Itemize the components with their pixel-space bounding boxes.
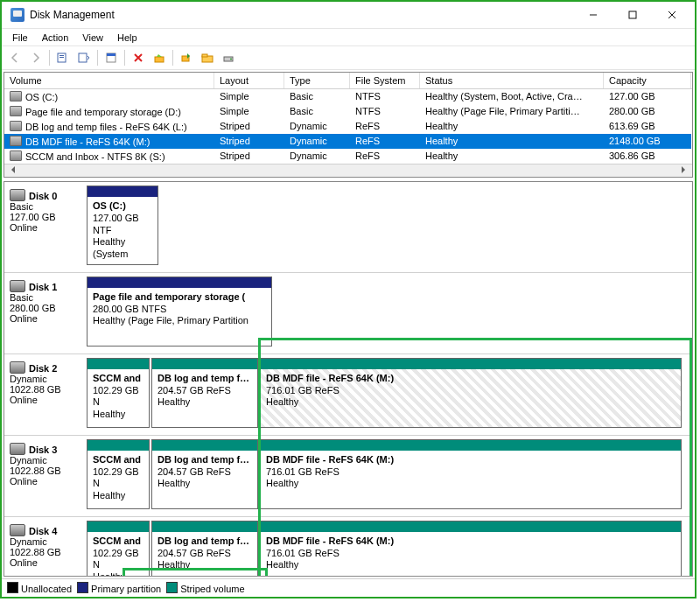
disk-icon (10, 443, 25, 455)
svg-rect-1 (629, 11, 636, 18)
disk-graphical-view: Disk 0 Basic 127.00 GB Online OS (C:) 12… (4, 181, 693, 577)
svg-rect-10 (155, 57, 164, 62)
disk-info[interactable]: Disk 4 Dynamic 1022.88 GB Online (8, 521, 87, 576)
partition-strip: SCCM and 102.29 GB N Healthy DB log and … (87, 439, 689, 509)
svg-rect-13 (202, 54, 207, 57)
partition-box[interactable]: DB MDF file - ReFS 64K (M:) 716.01 GB Re… (260, 358, 682, 428)
legend-unallocated: Unallocated (7, 582, 72, 594)
partition-color-bar (88, 277, 271, 288)
svg-rect-9 (107, 53, 116, 56)
disk-info[interactable]: Disk 0 Basic 127.00 GB Online (8, 186, 87, 265)
action-menu-button[interactable] (53, 48, 73, 67)
col-capacity[interactable]: Capacity (604, 73, 691, 88)
change-drive-button[interactable] (219, 48, 238, 67)
format-button[interactable] (150, 48, 169, 67)
partition-box[interactable]: SCCM and 102.29 GB N Healthy (87, 439, 150, 509)
partition-strip: SCCM and 102.29 GB N Healthy DB log and … (87, 521, 689, 576)
legend-primary: Primary partition (77, 582, 161, 594)
partition-strip: Page file and temporary storage ( 280.00… (87, 276, 689, 346)
delete-button[interactable] (129, 48, 148, 67)
svg-rect-7 (79, 53, 87, 62)
disk-icon (10, 189, 25, 201)
back-button[interactable] (5, 48, 24, 67)
toolbar-separator (97, 50, 98, 66)
partition-box[interactable]: DB MDF file - ReFS 64K (M:) 716.01 GB Re… (260, 521, 682, 576)
volume-list-header: Volume Layout Type File System Status Ca… (4, 73, 692, 89)
col-filesystem[interactable]: File System (350, 73, 420, 88)
drive-icon (10, 121, 22, 131)
menu-action[interactable]: Action (35, 31, 76, 45)
disk-management-window: Disk Management File Action View Help Vo… (0, 0, 696, 598)
drive-icon (10, 91, 22, 102)
disk-row: Disk 2 Dynamic 1022.88 GB Online SCCM an… (4, 354, 692, 436)
partition-color-bar (88, 440, 149, 451)
toolbar-separator (124, 50, 125, 66)
partition-color-bar (88, 359, 149, 369)
disk-icon (10, 280, 25, 292)
menu-help[interactable]: Help (110, 31, 144, 45)
partition-color-bar (88, 522, 149, 532)
partition-color-bar (261, 522, 681, 532)
partition-box[interactable]: Page file and temporary storage ( 280.00… (87, 276, 272, 346)
partition-color-bar (88, 186, 158, 197)
maximize-button[interactable] (612, 3, 652, 27)
menubar: File Action View Help (2, 29, 695, 46)
drive-icon (10, 136, 22, 146)
disk-row: Disk 0 Basic 127.00 GB Online OS (C:) 12… (4, 182, 692, 273)
volume-row[interactable]: DB log and temp files - ReFS 64K (L:)Str… (4, 119, 692, 134)
partition-color-bar (261, 440, 681, 451)
volume-row[interactable]: DB MDF file - ReFS 64K (M:)StripedDynami… (4, 134, 692, 149)
menu-view[interactable]: View (75, 31, 110, 45)
disk-info[interactable]: Disk 3 Dynamic 1022.88 GB Online (8, 439, 87, 509)
partition-box[interactable]: DB MDF file - ReFS 64K (M:) 716.01 GB Re… (260, 439, 682, 509)
col-status[interactable]: Status (420, 73, 604, 88)
drive-icon (10, 150, 22, 161)
partition-box[interactable]: OS (C:) 127.00 GB NTF Healthy (System (87, 186, 158, 265)
legend: Unallocated Primary partition Striped vo… (2, 578, 695, 597)
extend-button[interactable] (177, 48, 196, 67)
disk-icon (10, 524, 25, 536)
col-volume[interactable]: Volume (4, 73, 214, 88)
close-button[interactable] (652, 3, 691, 27)
col-layout[interactable]: Layout (214, 73, 284, 88)
window-title: Disk Management (30, 9, 573, 21)
col-type[interactable]: Type (284, 73, 350, 88)
partition-box[interactable]: DB log and temp files - 204.57 GB ReFS H… (151, 521, 258, 576)
toolbar (2, 46, 695, 70)
horizontal-scrollbar[interactable] (4, 164, 692, 177)
volume-row[interactable]: Page file and temporary storage (D:)Simp… (4, 104, 692, 119)
disk-icon (10, 361, 25, 374)
refresh-button[interactable] (74, 48, 94, 67)
partition-box[interactable]: DB log and temp files - 204.57 GB ReFS H… (151, 358, 258, 428)
app-icon (10, 8, 24, 22)
partition-color-bar (152, 359, 257, 369)
partition-box[interactable]: SCCM and 102.29 GB N Healthy (87, 358, 150, 428)
partition-strip: SCCM and 102.29 GB N Healthy DB log and … (87, 358, 689, 428)
volume-row[interactable]: SCCM and Inbox - NTFS 8K (S:)StripedDyna… (4, 149, 692, 164)
disk-row: Disk 3 Dynamic 1022.88 GB Online SCCM an… (4, 436, 692, 517)
partition-box[interactable]: SCCM and 102.29 GB N Healthy (87, 521, 150, 576)
svg-rect-5 (60, 55, 64, 56)
svg-rect-6 (60, 57, 64, 58)
svg-point-15 (230, 59, 232, 60)
toolbar-separator (49, 50, 50, 66)
volume-row[interactable]: OS (C:)SimpleBasicNTFSHealthy (System, B… (4, 89, 692, 104)
properties-button[interactable] (102, 48, 121, 67)
disk-info[interactable]: Disk 2 Dynamic 1022.88 GB Online (8, 358, 87, 428)
forward-button[interactable] (26, 48, 46, 67)
partition-color-bar (152, 440, 257, 451)
drive-icon (10, 106, 22, 116)
partition-color-bar (261, 359, 681, 369)
legend-striped: Striped volume (166, 582, 244, 594)
partition-strip: OS (C:) 127.00 GB NTF Healthy (System (87, 186, 689, 265)
disk-info[interactable]: Disk 1 Basic 280.00 GB Online (8, 276, 87, 346)
menu-file[interactable]: File (5, 31, 35, 45)
titlebar[interactable]: Disk Management (2, 2, 695, 29)
minimize-button[interactable] (573, 3, 612, 27)
open-button[interactable] (198, 48, 217, 67)
volume-list: Volume Layout Type File System Status Ca… (4, 72, 693, 178)
partition-box[interactable]: DB log and temp files - 204.57 GB ReFS H… (151, 439, 258, 509)
toolbar-separator (172, 50, 173, 66)
partition-color-bar (152, 522, 257, 532)
disk-row: Disk 1 Basic 280.00 GB Online Page file … (4, 273, 692, 354)
